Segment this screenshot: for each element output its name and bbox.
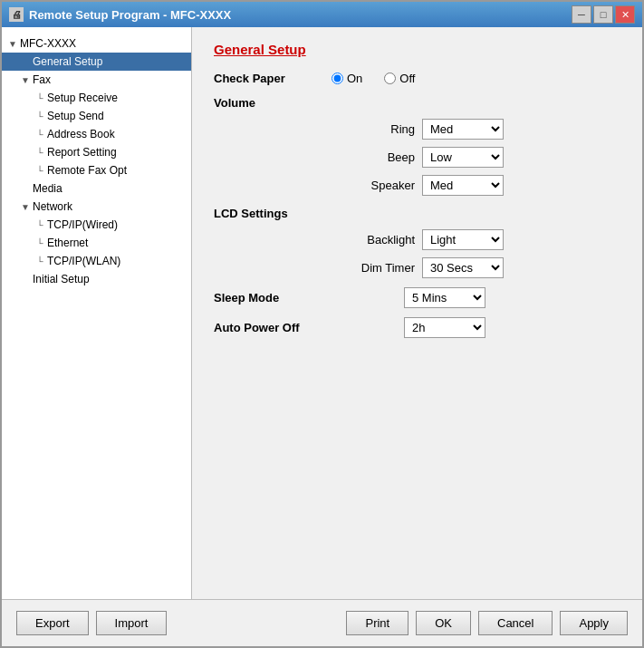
beep-select[interactable]: Low Med High Off xyxy=(422,147,504,168)
sidebar-label-mfc: MFC-XXXX xyxy=(20,37,76,50)
toggle-icon-mfc: ▼ xyxy=(5,36,20,51)
toggle-icon-general xyxy=(18,54,33,69)
volume-label: Volume xyxy=(214,96,332,110)
footer-right: Print OK Cancel Apply xyxy=(346,611,628,635)
sidebar-label-network: Network xyxy=(33,200,72,213)
check-paper-row: Check Paper On Off xyxy=(214,72,620,85)
sidebar-label-address-book: Address Book xyxy=(47,128,115,140)
window-title: Remote Setup Program - MFC-XXXX xyxy=(29,8,572,22)
sidebar-item-general-setup[interactable]: General Setup xyxy=(2,53,191,71)
sidebar-item-ethernet[interactable]: └ Ethernet xyxy=(2,234,191,252)
sidebar-item-tcp-wired[interactable]: └ TCP/IP(Wired) xyxy=(2,216,191,234)
sidebar-label-tcp-wlan: TCP/IP(WLAN) xyxy=(47,255,120,267)
toggle-icon-sr: └ xyxy=(33,91,47,105)
titlebar-buttons: ─ □ ✕ xyxy=(572,5,635,24)
toggle-icon-ab: └ xyxy=(33,127,47,141)
titlebar: 🖨 Remote Setup Program - MFC-XXXX ─ □ ✕ xyxy=(2,2,642,27)
toggle-icon-tcpw: └ xyxy=(33,218,47,232)
app-icon: 🖨 xyxy=(9,7,24,22)
sleep-mode-label: Sleep Mode xyxy=(214,291,332,305)
check-paper-off-label: Off xyxy=(399,72,415,85)
sidebar-item-initial-setup[interactable]: Initial Setup xyxy=(2,270,191,288)
sidebar-item-network[interactable]: ▼ Network xyxy=(2,198,191,216)
speaker-row: Speaker Low Med High Off xyxy=(214,175,620,196)
speaker-label: Speaker xyxy=(332,179,422,192)
toggle-icon-init xyxy=(18,272,33,286)
minimize-button[interactable]: ─ xyxy=(572,5,591,24)
toggle-icon-network: ▼ xyxy=(18,199,33,214)
sidebar-item-setup-receive[interactable]: └ Setup Receive xyxy=(2,89,191,107)
ring-select[interactable]: Low Med High Off xyxy=(422,119,504,140)
ring-label: Ring xyxy=(332,122,422,136)
sidebar-label-report-setting: Report Setting xyxy=(47,146,117,159)
apply-button[interactable]: Apply xyxy=(560,611,628,635)
check-paper-off-radio[interactable] xyxy=(384,73,396,84)
sleep-mode-select[interactable]: 1 Min 2 Mins 3 Mins 5 Mins 10 Mins 30 Mi… xyxy=(404,287,485,308)
auto-power-off-select[interactable]: Off 1h 2h 4h 8h xyxy=(404,317,485,338)
beep-row: Beep Low Med High Off xyxy=(214,147,620,168)
sidebar-label-general: General Setup xyxy=(33,55,102,68)
toggle-icon-eth: └ xyxy=(33,236,47,250)
dim-timer-select[interactable]: 10 Secs 20 Secs 30 Secs Off xyxy=(422,257,504,278)
sidebar-item-setup-send[interactable]: └ Setup Send xyxy=(2,107,191,125)
main-panel: General Setup Check Paper On Off Vo xyxy=(192,27,642,599)
auto-power-off-row: Auto Power Off Off 1h 2h 4h 8h xyxy=(214,317,620,338)
sidebar: ▼ MFC-XXXX General Setup ▼ Fax └ Setup R… xyxy=(2,27,192,599)
dim-timer-label: Dim Timer xyxy=(332,261,422,275)
sidebar-item-remote-fax-opt[interactable]: └ Remote Fax Opt xyxy=(2,161,191,179)
check-paper-on-radio[interactable] xyxy=(332,73,343,84)
sidebar-item-tcp-wlan[interactable]: └ TCP/IP(WLAN) xyxy=(2,252,191,270)
check-paper-label: Check Paper xyxy=(214,72,332,85)
backlight-row: Backlight Light Med Dark xyxy=(214,229,620,250)
dim-timer-row: Dim Timer 10 Secs 20 Secs 30 Secs Off xyxy=(214,257,620,278)
sidebar-item-mfc-xxxx[interactable]: ▼ MFC-XXXX xyxy=(2,34,191,53)
sleep-mode-row: Sleep Mode 1 Min 2 Mins 3 Mins 5 Mins 10… xyxy=(214,287,620,308)
auto-power-off-label: Auto Power Off xyxy=(214,321,332,334)
sidebar-label-initial-setup: Initial Setup xyxy=(33,273,90,285)
sidebar-item-address-book[interactable]: └ Address Book xyxy=(2,125,191,143)
maximize-button[interactable]: □ xyxy=(593,5,613,24)
sidebar-item-fax[interactable]: ▼ Fax xyxy=(2,71,191,89)
ok-button[interactable]: OK xyxy=(416,611,471,635)
toggle-icon-tcpwlan: └ xyxy=(33,254,47,268)
export-button[interactable]: Export xyxy=(16,611,89,635)
toggle-icon-fax: ▼ xyxy=(18,73,33,87)
check-paper-off-option[interactable]: Off xyxy=(384,72,415,85)
footer: Export Import Print OK Cancel Apply xyxy=(2,599,642,646)
close-button[interactable]: ✕ xyxy=(615,5,635,24)
content-area: ▼ MFC-XXXX General Setup ▼ Fax └ Setup R… xyxy=(2,27,642,599)
lcd-settings-label: LCD Settings xyxy=(214,207,332,220)
print-button[interactable]: Print xyxy=(346,611,409,635)
sidebar-label-fax: Fax xyxy=(33,73,51,86)
backlight-select[interactable]: Light Med Dark xyxy=(422,229,504,250)
backlight-label: Backlight xyxy=(332,233,422,247)
sidebar-label-tcp-wired: TCP/IP(Wired) xyxy=(47,218,118,231)
check-paper-on-label: On xyxy=(347,72,362,85)
cancel-button[interactable]: Cancel xyxy=(478,611,553,635)
check-paper-radio-group: On Off xyxy=(332,72,415,85)
sidebar-item-report-setting[interactable]: └ Report Setting xyxy=(2,143,191,161)
footer-left: Export Import xyxy=(16,611,167,635)
toggle-icon-rs: └ xyxy=(33,145,47,160)
toggle-icon-media xyxy=(18,181,33,196)
sidebar-item-media[interactable]: Media xyxy=(2,179,191,198)
sidebar-label-setup-send: Setup Send xyxy=(47,110,104,122)
main-window: 🖨 Remote Setup Program - MFC-XXXX ─ □ ✕ … xyxy=(0,0,644,648)
ring-row: Ring Low Med High Off xyxy=(214,119,620,140)
import-button[interactable]: Import xyxy=(96,611,168,635)
speaker-select[interactable]: Low Med High Off xyxy=(422,175,504,196)
sidebar-label-ethernet: Ethernet xyxy=(47,237,88,249)
volume-label-row: Volume xyxy=(214,96,620,110)
sidebar-label-media: Media xyxy=(33,182,62,195)
sidebar-label-setup-receive: Setup Receive xyxy=(47,92,118,104)
section-title: General Setup xyxy=(214,42,620,57)
toggle-icon-rfo: └ xyxy=(33,163,47,178)
check-paper-on-option[interactable]: On xyxy=(332,72,362,85)
toggle-icon-ss: └ xyxy=(33,109,47,123)
beep-label: Beep xyxy=(332,150,422,164)
lcd-settings-row: LCD Settings xyxy=(214,207,620,220)
sidebar-label-remote-fax-opt: Remote Fax Opt xyxy=(47,164,127,177)
